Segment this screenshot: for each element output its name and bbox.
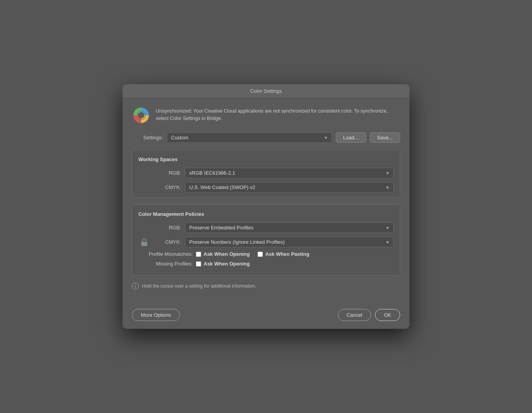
cm-cmyk-label: CMYK: [154,239,181,245]
info-icon: i [132,283,139,290]
dialog-title: Color Settings [250,88,282,94]
ask-when-opening-mismatch-checkbox[interactable] [196,252,201,257]
color-settings-dialog: Color Settings Unsynch [123,84,409,329]
working-spaces-title: Working Spaces [138,156,394,162]
lock-icon [140,238,149,247]
cm-cmyk-select-wrap: Preserve Numbers (Ignore Linked Profiles… [185,237,394,247]
profile-mismatches-label: Profile Mismatches: [138,251,193,257]
sync-warning-text: Unsynchronized: Your Creative Cloud appl… [156,106,400,122]
svg-point-1 [138,112,144,118]
cm-cmyk-select[interactable]: Preserve Numbers (Ignore Linked Profiles… [185,237,394,247]
profile-mismatches-checkboxes: Ask When Opening Ask When Pasting [196,251,309,257]
info-row: i Hold the cursor over a setting for add… [132,283,400,290]
svg-rect-5 [143,245,145,246]
save-button[interactable]: Save... [370,132,400,143]
missing-profiles-checkboxes: Ask When Opening [196,261,250,267]
cm-rgb-select[interactable]: Preserve Embedded ProfilesConvert to Wor… [185,222,394,233]
load-button[interactable]: Load... [336,132,366,143]
footer-right: Cancel OK [338,309,400,321]
svg-rect-6 [145,245,147,246]
rgb-field-row: RGB: sRGB IEC61966-2.1Adobe RGB (1998)Pr… [138,168,394,178]
adobe-icon [132,106,150,125]
rgb-select-wrap: sRGB IEC61966-2.1Adobe RGB (1998)ProPhot… [185,168,394,178]
cm-rgb-row: RGB: Preserve Embedded ProfilesConvert t… [138,222,394,233]
title-bar: Color Settings [123,84,409,98]
cm-rgb-label: RGB: [154,225,181,231]
cm-cmyk-row: CMYK: Preserve Numbers (Ignore Linked Pr… [138,237,394,247]
footer: More Options Cancel OK [123,303,409,329]
settings-select[interactable]: Custom North America General Purpose 2 N… [167,132,332,143]
settings-row: Settings: Custom North America General P… [132,132,400,143]
missing-ask-when-opening-checkbox[interactable] [196,261,201,267]
profile-mismatches-row: Profile Mismatches: Ask When Opening Ask… [138,251,394,257]
missing-ask-when-opening-label: Ask When Opening [204,261,250,267]
color-management-section: Color Management Policies RGB: Preserve … [132,205,400,276]
lock-icon-wrap [138,238,150,247]
dialog-body: Unsynchronized: Your Creative Cloud appl… [123,98,409,303]
rgb-label: RGB: [154,170,181,176]
cmyk-field-row: CMYK: U.S. Web Coated (SWOP) v2U.S. Shee… [138,182,394,193]
settings-select-wrap: Custom North America General Purpose 2 N… [167,132,332,143]
ask-when-pasting-label: Ask When Pasting [265,251,309,257]
cancel-button[interactable]: Cancel [338,309,371,321]
working-spaces-section: Working Spaces RGB: sRGB IEC61966-2.1Ado… [132,150,400,198]
ask-when-opening-mismatch-item[interactable]: Ask When Opening [196,251,250,257]
ask-when-pasting-item[interactable]: Ask When Pasting [257,251,309,257]
rgb-select[interactable]: sRGB IEC61966-2.1Adobe RGB (1998)ProPhot… [185,168,394,178]
cmyk-label: CMYK: [154,184,181,190]
sync-warning: Unsynchronized: Your Creative Cloud appl… [132,106,400,125]
cm-rgb-select-wrap: Preserve Embedded ProfilesConvert to Wor… [185,222,394,233]
svg-rect-4 [142,245,143,246]
missing-ask-when-opening-item[interactable]: Ask When Opening [196,261,250,267]
color-management-title: Color Management Policies [138,211,394,217]
cmyk-select-wrap: U.S. Web Coated (SWOP) v2U.S. Sheetfed C… [185,182,394,193]
ask-when-opening-mismatch-label: Ask When Opening [204,251,250,257]
missing-profiles-row: Missing Profiles: Ask When Opening [138,261,394,267]
footer-left: More Options [132,309,180,321]
ask-when-pasting-checkbox[interactable] [257,252,263,257]
settings-label: Settings: [132,135,163,141]
adobe-logo-svg [132,106,150,125]
cmyk-select[interactable]: U.S. Web Coated (SWOP) v2U.S. Sheetfed C… [185,182,394,193]
missing-profiles-label: Missing Profiles: [138,261,193,267]
ok-button[interactable]: OK [375,309,400,321]
more-options-button[interactable]: More Options [132,309,180,321]
info-text: Hold the cursor over a setting for addit… [142,283,256,289]
